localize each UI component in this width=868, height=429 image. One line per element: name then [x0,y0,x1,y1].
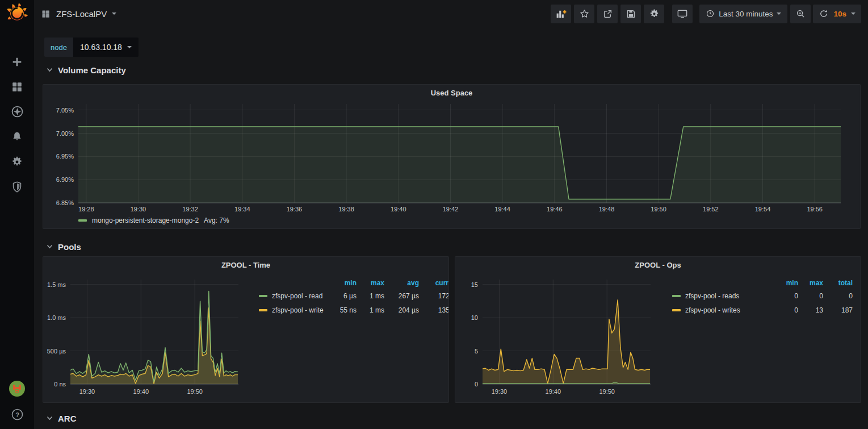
star-button[interactable] [574,5,594,23]
legend-swatch [672,295,681,297]
create-plus-icon[interactable] [11,55,24,68]
dashboard-title-dropdown[interactable]: ZFS-LocalPV [56,9,116,19]
svg-text:0: 0 [475,381,478,388]
panel-title[interactable]: ZPOOL - Ops [455,257,861,269]
panel-title[interactable]: Used Space [43,85,860,97]
dashboard-grid-icon [41,9,51,19]
chevron-down-icon [851,13,856,15]
zoom-out-button[interactable] [790,5,811,23]
pools-row: ZPOOL - Time 19:3019:4019:500 ns500 µs1.… [43,256,868,403]
chevron-down-icon [777,13,781,15]
legend-swatch [672,309,681,311]
legend-series-name[interactable]: mongo-persistent-storage-mongo-2 [92,216,199,224]
section-volume-capacity[interactable]: Volume Capacity [47,63,868,77]
legend-series-toggle[interactable]: zfspv-pool - read [259,292,333,300]
legend-swatch [259,309,267,311]
svg-text:19:56: 19:56 [807,206,823,213]
time-range-picker[interactable]: Last 30 minutes [699,5,787,23]
refresh-icon[interactable] [819,9,829,19]
svg-text:19:38: 19:38 [338,206,354,213]
refresh-interval: 10s [833,10,846,18]
section-title: Pools [58,242,81,252]
zpool-ops-legend: min max total zfspv-pool - reads 0 0 0 [672,277,853,317]
used-space-chart[interactable]: 19:2819:3019:3219:3419:3619:3819:4019:42… [48,99,857,214]
svg-text:19:30: 19:30 [79,388,95,395]
svg-text:6.90%: 6.90% [56,176,74,183]
sidebar: ? [0,0,34,429]
svg-text:19:50: 19:50 [651,206,666,213]
legend-swatch [78,219,87,222]
panel-title[interactable]: ZPOOL - Time [43,257,448,269]
svg-text:19:30: 19:30 [131,206,146,213]
legend-header-row: min max avg current [259,277,448,289]
cycle-view-tv-button[interactable] [672,5,693,23]
svg-text:7.05%: 7.05% [56,107,74,114]
svg-text:19:34: 19:34 [234,206,250,213]
panel-zpool-time: ZPOOL - Time 19:3019:4019:500 ns500 µs1.… [43,256,449,403]
sidebar-nav [0,55,34,193]
svg-text:6.95%: 6.95% [56,153,74,160]
zpool-time-chart[interactable]: 19:3019:4019:500 ns500 µs1.0 ms1.5 ms [44,275,243,397]
alerting-bell-icon[interactable] [11,130,24,143]
section-arc[interactable]: ARC [47,411,868,426]
zpool-time-legend: min max avg current zfspv-pool - read 6 … [259,277,448,317]
svg-text:1.5 ms: 1.5 ms [47,281,66,288]
used-space-legend: mongo-persistent-storage-mongo-2 Avg: 7% [78,216,229,224]
section-title: ARC [58,414,77,423]
variable-node-label: node [44,38,73,57]
section-pools[interactable]: Pools [47,239,868,254]
svg-text:19:32: 19:32 [182,206,198,213]
user-avatar[interactable] [9,380,26,399]
refresh-control[interactable]: 10s [813,5,861,23]
section-title: Volume Capacity [58,65,126,75]
help-icon[interactable]: ? [11,408,24,423]
save-button[interactable] [620,5,641,23]
server-admin-shield-icon[interactable] [11,180,24,193]
panel-used-space: Used Space 19:2819:3019:3219:3419:3619:3… [43,84,861,229]
legend-series-toggle[interactable]: zfspv-pool - reads [672,292,766,300]
navbar: ZFS-LocalPV [34,0,868,27]
svg-text:500 µs: 500 µs [47,348,66,355]
zpool-ops-chart[interactable]: 19:3019:4019:50051015 [456,275,655,397]
clock-icon [706,9,715,18]
sidebar-bottom: ? [0,380,34,423]
chevron-down-icon [47,244,53,249]
share-button[interactable] [597,5,618,23]
svg-text:5: 5 [475,348,478,355]
svg-text:7.00%: 7.00% [56,130,74,137]
legend-row: zfspv-pool - writes 0 13 187 [672,303,853,317]
svg-text:19:46: 19:46 [547,206,563,213]
legend-row: zfspv-pool - write 55 ns 1 ms 204 µs 135… [259,303,448,317]
svg-text:?: ? [15,411,19,418]
chevron-down-icon [47,68,53,72]
configuration-gear-icon[interactable] [11,155,24,168]
legend-header-row: min max total [672,277,853,289]
legend-series-toggle[interactable]: zfspv-pool - write [259,306,333,314]
svg-text:19:54: 19:54 [755,206,771,213]
svg-text:19:30: 19:30 [492,388,508,395]
svg-text:19:42: 19:42 [443,206,459,213]
svg-text:19:52: 19:52 [703,206,719,213]
explore-compass-icon[interactable] [11,105,24,118]
variable-node-picker[interactable]: node 10.63.10.18 [44,38,139,57]
svg-text:19:40: 19:40 [133,388,149,395]
svg-text:6.85%: 6.85% [56,199,74,206]
svg-text:19:28: 19:28 [78,206,94,213]
svg-text:10: 10 [471,314,478,321]
grafana-logo[interactable] [6,2,28,24]
chevron-down-icon [47,416,53,420]
variable-node-value[interactable]: 10.63.10.18 [73,38,139,57]
add-panel-button[interactable] [551,5,571,23]
settings-gear-button[interactable] [644,5,664,23]
svg-text:19:40: 19:40 [391,206,406,213]
svg-text:19:50: 19:50 [599,388,615,395]
dashboards-icon[interactable] [11,80,24,93]
legend-series-toggle[interactable]: zfspv-pool - writes [672,306,766,314]
svg-text:19:36: 19:36 [287,206,303,213]
legend-row: zfspv-pool - reads 0 0 0 [672,289,853,303]
legend-swatch [259,295,267,297]
svg-text:19:48: 19:48 [599,206,615,213]
svg-text:19:50: 19:50 [187,388,203,395]
svg-text:19:44: 19:44 [494,206,510,213]
svg-text:15: 15 [471,281,478,288]
